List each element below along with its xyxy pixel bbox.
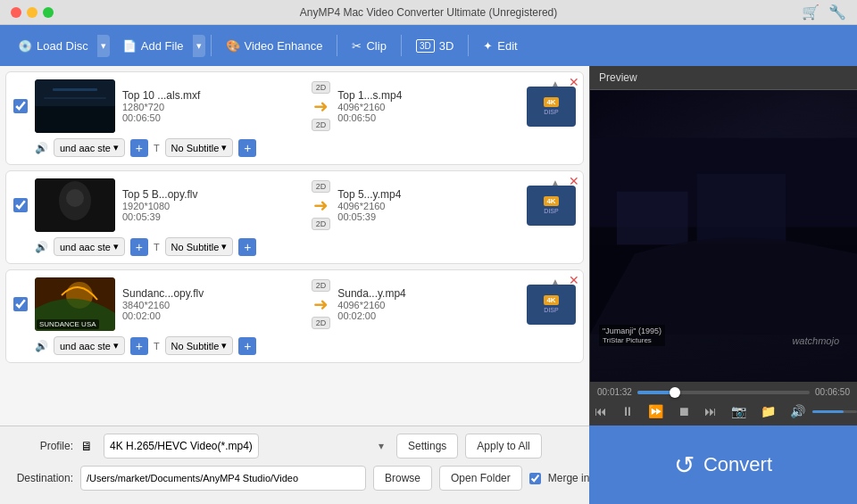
dest-label: Destination: xyxy=(11,472,73,484)
add-file-button[interactable]: 📄 Add File xyxy=(113,34,193,58)
convert-button[interactable]: ↺ Convert xyxy=(674,450,772,480)
skip-back-button[interactable]: ⏮ xyxy=(591,402,611,420)
3d-icon: 3D xyxy=(416,39,435,53)
add-file-dropdown[interactable]: ▾ xyxy=(193,35,205,57)
convert-arrow-3: 2D ➜ 2D xyxy=(312,279,331,329)
separator-2 xyxy=(337,35,337,56)
audio-icon-1: 🔊 xyxy=(35,142,48,154)
audio-select-3[interactable]: und aac ste ▾ xyxy=(54,336,125,355)
dst-filename-1: Top 1...s.mp4 xyxy=(337,89,520,102)
badge-disp-3: DISP xyxy=(544,307,558,313)
src-res-badge-3: 2D xyxy=(312,279,331,292)
src-dims-3: 3840*2160 xyxy=(122,300,304,310)
dst-filename-2: Top 5...y.mp4 xyxy=(337,188,520,201)
preview-header: Preview xyxy=(590,66,857,90)
merge-checkbox[interactable] xyxy=(529,473,541,484)
file-checkbox-3[interactable] xyxy=(13,297,28,311)
dst-dur-2: 00:05:39 xyxy=(337,211,520,222)
file-item-2: ✕ ▲ ▼ Top 5 B...opy.flv 1920*1080 00 xyxy=(5,170,584,264)
src-dur-1: 00:06:50 xyxy=(122,112,304,123)
volume-icon[interactable]: 🔊 xyxy=(786,402,809,420)
profile-icon: 🖥 xyxy=(80,439,93,453)
add-subtitle-btn-1[interactable]: + xyxy=(238,139,256,157)
dst-info-2: Top 5...y.mp4 4096*2160 00:05:39 xyxy=(337,188,520,222)
settings-button[interactable]: Settings xyxy=(396,434,458,459)
clip-icon: ✂ xyxy=(352,39,362,53)
arrow-icon-2: ➜ xyxy=(313,194,329,216)
subtitle-icon-2: T xyxy=(154,242,160,252)
src-res-badge-1: 2D xyxy=(312,81,331,94)
destination-input[interactable] xyxy=(80,466,366,491)
pause-button[interactable]: ⏸ xyxy=(618,402,637,420)
apply-all-button[interactable]: Apply to All xyxy=(465,434,541,459)
svg-point-6 xyxy=(66,189,84,207)
minimize-icon[interactable] xyxy=(27,7,37,18)
dst-dims-3: 4096*2160 xyxy=(337,300,520,310)
edit-button[interactable]: ✦ Edit xyxy=(474,34,526,58)
dst-res-badge-3: 2D xyxy=(312,317,331,329)
browse-button[interactable]: Browse xyxy=(373,466,432,491)
audio-select-1[interactable]: und aac ste ▾ xyxy=(54,138,125,157)
3d-button[interactable]: 3D 3D xyxy=(407,34,462,58)
clip-button[interactable]: ✂ Clip xyxy=(343,34,395,58)
subtitle-select-3[interactable]: No Subtitle ▾ xyxy=(165,336,234,355)
file-checkbox-1[interactable] xyxy=(13,99,28,113)
badge-4k-2: 4K xyxy=(544,196,558,206)
edit-icon: ✦ xyxy=(483,39,493,53)
src-filename-3: Sundanc...opy.flv xyxy=(122,287,304,300)
convert-arrow-2: 2D ➜ 2D xyxy=(312,180,331,230)
subtitle-dropdown-2: ▾ xyxy=(221,241,227,252)
convert-icon: ↺ xyxy=(674,450,695,480)
progress-thumb[interactable] xyxy=(670,387,680,398)
main-content: ✕ ▲ ▼ Top 10 ...als.mxf 1280*720 xyxy=(0,66,857,426)
svg-rect-2 xyxy=(53,88,97,91)
format-badge-2[interactable]: 4K DISP xyxy=(527,186,576,226)
separator-4 xyxy=(468,35,469,56)
maximize-icon[interactable] xyxy=(43,7,54,18)
add-subtitle-btn-3[interactable]: + xyxy=(238,337,256,355)
volume-fill xyxy=(812,410,844,413)
volume-track[interactable] xyxy=(812,410,857,413)
subtitle-select-2[interactable]: No Subtitle ▾ xyxy=(165,237,234,256)
format-badge-1[interactable]: 4K DISP xyxy=(527,87,576,127)
format-badge-3[interactable]: 4K DISP xyxy=(527,285,576,325)
open-folder-button[interactable]: Open Folder xyxy=(439,466,522,491)
settings-icon[interactable]: 🔧 xyxy=(828,4,846,21)
screenshot-button[interactable]: 📷 xyxy=(728,402,750,420)
convert-arrow-1: 2D ➜ 2D xyxy=(312,81,331,131)
dst-res-badge-2: 2D xyxy=(312,218,331,230)
subtitle-select-1[interactable]: No Subtitle ▾ xyxy=(165,138,234,157)
load-disc-button[interactable]: 💿 Load Disc xyxy=(9,34,97,58)
subtitle-icon-1: T xyxy=(154,143,160,153)
add-audio-btn-1[interactable]: + xyxy=(130,139,148,157)
audio-icon-3: 🔊 xyxy=(35,340,48,352)
folder-button[interactable]: 📁 xyxy=(757,402,779,420)
load-disc-dropdown[interactable]: ▾ xyxy=(97,35,110,57)
dst-info-1: Top 1...s.mp4 4096*2160 00:06:50 xyxy=(337,89,520,123)
file-info-2: Top 5 B...opy.flv 1920*1080 00:05:39 xyxy=(122,188,304,222)
stop-button[interactable]: ⏹ xyxy=(674,402,694,420)
volume-control: 🔊 xyxy=(786,402,857,420)
add-subtitle-btn-2[interactable]: + xyxy=(238,238,256,256)
skip-forward-button[interactable]: ⏭ xyxy=(701,402,720,420)
audio-select-2[interactable]: und aac ste ▾ xyxy=(54,237,125,256)
video-enhance-button[interactable]: 🎨 Video Enhance xyxy=(217,34,332,58)
close-icon[interactable] xyxy=(11,7,21,18)
title-bar-right: 🛒 🔧 xyxy=(802,4,846,21)
subtitle-icon-3: T xyxy=(154,341,160,351)
file-controls-1: 🔊 und aac ste ▾ + T No Subtitle ▾ + xyxy=(13,138,576,157)
fast-forward-button[interactable]: ⏩ xyxy=(645,402,667,420)
file-checkbox-2[interactable] xyxy=(13,198,28,212)
file-controls-2: 🔊 und aac ste ▾ + T No Subtitle ▾ + xyxy=(13,237,576,256)
add-audio-btn-2[interactable]: + xyxy=(130,238,148,256)
progress-track[interactable] xyxy=(637,391,810,394)
profile-select[interactable]: 4K H.265/HEVC Video(*.mp4) xyxy=(104,434,259,459)
subtitle-dropdown-1: ▾ xyxy=(221,142,227,153)
file-row-1: Top 10 ...als.mxf 1280*720 00:06:50 2D ➜… xyxy=(13,79,576,133)
dropdown-arrow-3: ▾ xyxy=(113,340,119,351)
cart-icon[interactable]: 🛒 xyxy=(802,4,820,21)
toolbar: 💿 Load Disc ▾ 📄 Add File ▾ 🎨 Video Enhan… xyxy=(0,25,857,66)
src-dims-2: 1920*1080 xyxy=(122,201,304,211)
playback-buttons: ⏮ ⏸ ⏩ ⏹ ⏭ 📷 📁 🔊 xyxy=(597,402,850,420)
add-audio-btn-3[interactable]: + xyxy=(130,337,148,355)
